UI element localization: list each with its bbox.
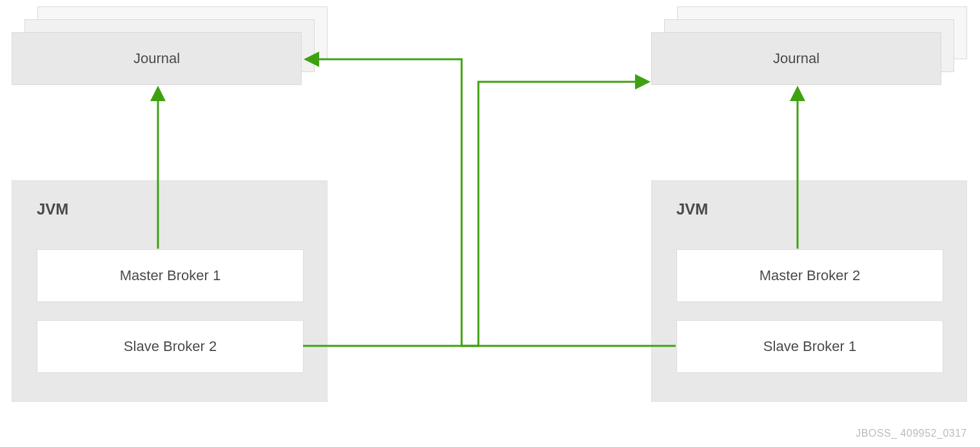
diagram-container: Journal Journal JVM Master Broker 1 Slav…	[0, 0, 980, 447]
jvm-title-left: JVM	[37, 200, 68, 218]
arrow-slave1-to-journal-left	[309, 59, 676, 346]
master-broker-left: Master Broker 1	[37, 249, 304, 302]
journal-label-left: Journal	[12, 50, 302, 67]
slave-broker-left: Slave Broker 2	[37, 320, 304, 373]
jvm-title-right: JVM	[676, 200, 708, 218]
jvm-box-left: JVM Master Broker 1 Slave Broker 2	[12, 180, 328, 402]
diagram-footer-id: JBOSS_ 409952_0317	[856, 428, 967, 439]
master-broker-right: Master Broker 2	[676, 249, 943, 302]
slave-broker-right: Slave Broker 1	[676, 320, 943, 373]
arrow-slave2-to-journal-right	[303, 82, 645, 346]
jvm-box-right: JVM Master Broker 2 Slave Broker 1	[651, 180, 967, 402]
journal-label-right: Journal	[651, 50, 941, 67]
